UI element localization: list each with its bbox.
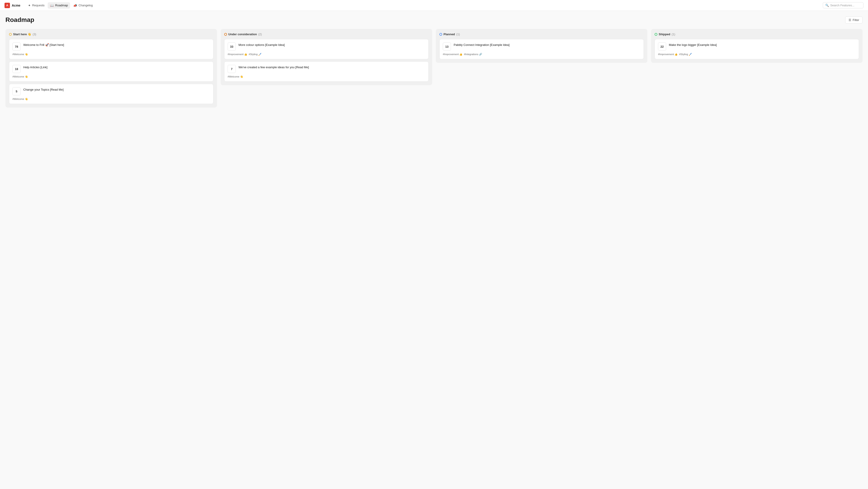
card-tags: #Welcome 👋 xyxy=(228,75,425,78)
card[interactable]: 7We've created a few example ideas for y… xyxy=(224,62,429,82)
filter-icon: ☰ xyxy=(848,18,851,22)
card-title: Make the logo bigger [Example Idea] xyxy=(669,42,717,47)
requests-icon: ✦ xyxy=(28,4,31,7)
column-count: (2) xyxy=(258,33,262,36)
column-title: Under consideration xyxy=(228,33,257,36)
card-top: 5Change your Topics [Read Me] xyxy=(12,87,210,95)
card[interactable]: 5Change your Topics [Read Me]#Welcome 👋 xyxy=(9,84,213,104)
board: Start here 👋(3)78Welcome to Frill 🚀 [Sta… xyxy=(5,29,863,107)
filter-button[interactable]: ☰ Filter xyxy=(845,17,863,24)
search-icon: 🔍 xyxy=(825,4,829,7)
card[interactable]: 33More colour options [Example Idea]#Imp… xyxy=(224,39,429,59)
column-header-under-consideration: Under consideration(2) xyxy=(224,33,429,36)
card-tags: #Improvement 👍#Styling 🖌️ xyxy=(228,53,425,56)
card-tags: #Improvement 👍#Styling 🖌️ xyxy=(658,53,856,56)
card-top: 78Welcome to Frill 🚀 [Start here] xyxy=(12,42,210,51)
company-name: Acme xyxy=(12,4,20,7)
nav-requests-label: Requests xyxy=(32,4,44,7)
card-tags: #Welcome 👋 xyxy=(12,53,210,56)
column-title: Shipped xyxy=(659,33,670,36)
column-header-planned: Planned(1) xyxy=(439,33,644,36)
card-title: Change your Topics [Read Me] xyxy=(23,87,64,92)
column-title: Start here 👋 xyxy=(13,33,31,36)
column-status-dot xyxy=(439,33,442,36)
column-under-consideration: Under consideration(2)33More colour opti… xyxy=(221,29,432,85)
tag: #Improvement 👍 xyxy=(228,53,247,56)
page-content: Roadmap ☰ Filter Start here 👋(3)78Welcom… xyxy=(0,11,868,113)
card-title: We've created a few example ideas for yo… xyxy=(239,65,309,69)
nav-requests[interactable]: ✦ Requests xyxy=(26,2,47,8)
card-votes: 18 xyxy=(12,65,21,73)
card-votes: 33 xyxy=(228,42,236,51)
card-tags: #Welcome 👋 xyxy=(12,98,210,101)
card[interactable]: 13Pabbly Connect Integration [Example Id… xyxy=(439,39,644,59)
page-header: Roadmap ☰ Filter xyxy=(5,16,863,24)
nav-changelog[interactable]: 📣 Changelog xyxy=(71,2,95,8)
tag: #Improvement 👍 xyxy=(443,53,463,56)
card-top: 18Help Articles [Link] xyxy=(12,65,210,73)
column-title: Planned xyxy=(443,33,455,36)
card-top: 33More colour options [Example Idea] xyxy=(228,42,425,51)
tag: #Welcome 👋 xyxy=(228,75,243,78)
search-placeholder: Search Features... xyxy=(830,4,855,7)
card-title: Pabbly Connect Integration [Example Idea… xyxy=(454,42,509,47)
card[interactable]: 18Help Articles [Link]#Welcome 👋 xyxy=(9,62,213,82)
tag: #Welcome 👋 xyxy=(12,53,28,56)
filter-label: Filter xyxy=(852,18,859,22)
column-status-dot xyxy=(9,33,12,36)
card-tags: #Improvement 👍#Integrations 🔗 xyxy=(443,53,640,56)
nav-logo[interactable]: A Acme xyxy=(4,3,20,8)
card-top: 13Pabbly Connect Integration [Example Id… xyxy=(443,42,640,51)
card-votes: 7 xyxy=(228,65,236,73)
card-title: Welcome to Frill 🚀 [Start here] xyxy=(23,42,64,47)
card-top: 7We've created a few example ideas for y… xyxy=(228,65,425,73)
tag: #Welcome 👋 xyxy=(12,75,28,78)
card-top: 22Make the logo bigger [Example Idea] xyxy=(658,42,856,51)
page-title: Roadmap xyxy=(5,16,34,24)
tag: #Integrations 🔗 xyxy=(464,53,482,56)
column-count: (1) xyxy=(456,33,460,36)
card-tags: #Welcome 👋 xyxy=(12,75,210,78)
card-title: More colour options [Example Idea] xyxy=(239,42,285,47)
column-header-shipped: Shipped(1) xyxy=(655,33,859,36)
tag: #Styling 🖌️ xyxy=(249,53,261,56)
changelog-icon: 📣 xyxy=(73,4,77,7)
card-title: Help Articles [Link] xyxy=(23,65,48,69)
card[interactable]: 78Welcome to Frill 🚀 [Start here]#Welcom… xyxy=(9,39,213,59)
nav-changelog-label: Changelog xyxy=(79,4,93,7)
roadmap-icon: 📖 xyxy=(50,4,54,7)
column-status-dot xyxy=(655,33,657,36)
column-start-here: Start here 👋(3)78Welcome to Frill 🚀 [Sta… xyxy=(5,29,217,107)
nav-roadmap[interactable]: 📖 Roadmap xyxy=(48,2,70,8)
card[interactable]: 22Make the logo bigger [Example Idea]#Im… xyxy=(655,39,859,59)
column-planned: Planned(1)13Pabbly Connect Integration [… xyxy=(436,29,647,63)
tag: #Welcome 👋 xyxy=(12,98,28,101)
tag: #Styling 🖌️ xyxy=(679,53,692,56)
column-count: (1) xyxy=(672,33,675,36)
nav-links: ✦ Requests 📖 Roadmap 📣 Changelog xyxy=(26,2,823,8)
card-votes: 78 xyxy=(12,42,21,51)
nav-roadmap-label: Roadmap xyxy=(55,4,68,7)
column-header-start-here: Start here 👋(3) xyxy=(9,33,213,36)
column-shipped: Shipped(1)22Make the logo bigger [Exampl… xyxy=(651,29,863,63)
card-votes: 22 xyxy=(658,42,666,51)
column-count: (3) xyxy=(33,33,36,36)
card-votes: 5 xyxy=(12,87,21,95)
logo-icon: A xyxy=(4,3,10,8)
column-status-dot xyxy=(224,33,227,36)
card-votes: 13 xyxy=(443,42,451,51)
search-box[interactable]: 🔍 Search Features... xyxy=(823,2,864,8)
navbar: A Acme ✦ Requests 📖 Roadmap 📣 Changelog … xyxy=(0,0,868,11)
tag: #Improvement 👍 xyxy=(658,53,678,56)
